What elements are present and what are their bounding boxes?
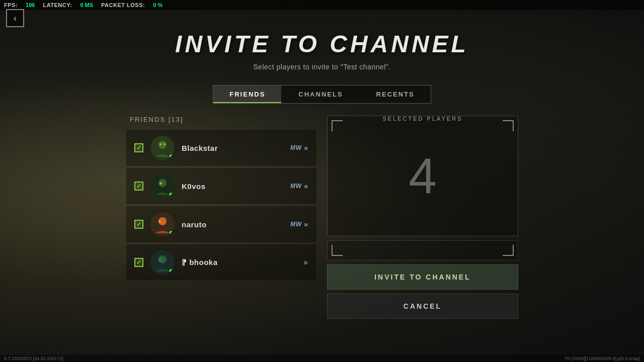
mw-logo: MW: [290, 183, 302, 190]
columns-layout: FRIENDS [13] ✓: [126, 116, 518, 319]
svg-text:⬡: ⬡: [158, 257, 163, 262]
friends-header: FRIENDS [13]: [126, 116, 317, 123]
tab-channels[interactable]: CHANNELS: [282, 85, 359, 103]
friend-checkbox[interactable]: ✓: [134, 182, 143, 191]
svg-point-3: [164, 143, 166, 145]
main-content: INVITE TO CHANNEL Select players to invi…: [0, 0, 644, 362]
friend-name: Blackstar: [182, 144, 283, 152]
online-indicator: [169, 154, 174, 159]
game-badge: MW »: [290, 144, 308, 152]
friend-checkbox[interactable]: ✓: [134, 220, 143, 229]
game-badge: MW »: [290, 220, 308, 228]
svg-point-2: [159, 143, 162, 145]
mw-logo: MW: [290, 221, 302, 228]
avatar: ⬡: [150, 250, 175, 275]
fps-value: 106: [26, 2, 35, 8]
arrow-icon: »: [304, 220, 308, 228]
selected-players-box: SELECTED PLAYERS 4: [327, 116, 518, 236]
tab-recents[interactable]: RECENTS: [360, 85, 431, 103]
page-subtitle: Select players to invite to "Test channe…: [253, 63, 390, 71]
debug-left: 9.7.13200072 [34.31.1561+1]: [4, 356, 63, 361]
svg-text:★: ★: [158, 180, 163, 186]
check-icon: ✓: [136, 183, 141, 190]
friends-list: ✓ B: [126, 129, 317, 281]
check-icon: ✓: [136, 221, 141, 228]
online-indicator: [169, 230, 174, 235]
hud-bar: FPS: 106 LATENCY: 0 MS PACKET LOSS: 0 %: [0, 0, 644, 10]
mw-logo: MW: [290, 144, 302, 151]
cancel-button[interactable]: CANCEL: [327, 294, 518, 319]
arrow-icon: »: [304, 182, 308, 190]
friend-name: ⁋ bhooka: [182, 258, 296, 267]
online-indicator: [169, 268, 174, 274]
avatar: [150, 136, 175, 160]
debug-right: Tm [2000][1168609328.9],p[6.5,snap]: [565, 356, 640, 361]
friends-column: FRIENDS [13] ✓: [126, 116, 317, 319]
selected-players-header: SELECTED PLAYERS: [376, 116, 468, 122]
plain-arrow-icon: »: [303, 258, 308, 267]
friend-item[interactable]: ✓ ✦ naruto: [126, 206, 317, 243]
check-icon: ✓: [136, 144, 141, 151]
friend-name: K0vos: [182, 182, 283, 191]
svg-text:✦: ✦: [157, 219, 162, 224]
avatar: ✦: [150, 212, 175, 236]
debug-bar: 9.7.13200072 [34.31.1561+1] Tm [2000][11…: [0, 355, 644, 362]
friend-item[interactable]: ✓ B: [126, 129, 317, 166]
back-button[interactable]: ‹: [6, 9, 24, 27]
fps-label: FPS:: [4, 2, 18, 8]
page-title: INVITE TO CHANNEL: [175, 30, 469, 58]
avatar: ★: [150, 174, 175, 198]
tabs-container: FRIENDS CHANNELS RECENTS: [213, 85, 431, 104]
friend-checkbox[interactable]: ✓: [134, 143, 143, 152]
selected-players-column: SELECTED PLAYERS 4 INVITE TO CHANNEL CAN…: [327, 116, 518, 319]
friend-item[interactable]: ✓ ★ K0vos: [126, 167, 317, 205]
arrow-icon: »: [304, 144, 308, 152]
back-arrow-icon: ‹: [14, 13, 17, 24]
friend-item[interactable]: ✓ ⬡ ⁋ bhooka: [126, 244, 317, 281]
selected-count: 4: [328, 116, 518, 236]
packet-loss-label: PACKET LOSS:: [101, 2, 145, 8]
invite-to-channel-button[interactable]: INVITE TO CHANNEL: [327, 264, 518, 290]
check-icon: ✓: [136, 259, 141, 266]
plain-arrow-badge: »: [303, 258, 308, 267]
latency-value: 0 MS: [80, 2, 93, 8]
game-badge: MW »: [290, 182, 308, 190]
friend-checkbox[interactable]: ✓: [134, 258, 143, 267]
online-indicator: [169, 192, 174, 197]
packet-loss-value: 0 %: [153, 2, 163, 8]
bottom-decoration: [327, 240, 518, 260]
friend-name: naruto: [182, 220, 283, 229]
tab-friends[interactable]: FRIENDS: [213, 85, 281, 103]
latency-label: LATENCY:: [43, 2, 72, 8]
